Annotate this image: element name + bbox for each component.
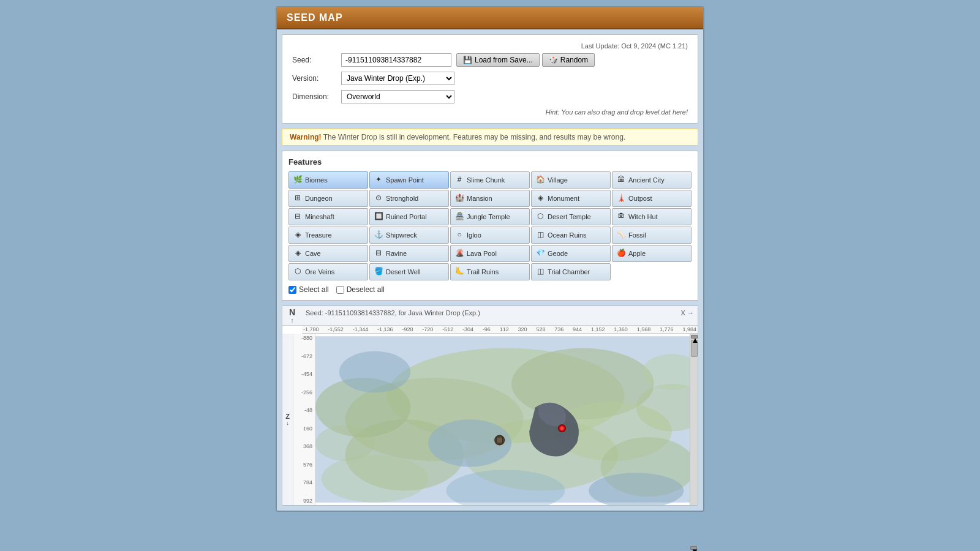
version-select[interactable]: Java Winter Drop (Exp.) Java 1.21 Java 1… xyxy=(341,72,454,85)
mineshaft-icon: ⊟ xyxy=(293,212,303,222)
random-button[interactable]: 🎲 Random xyxy=(542,53,595,67)
settings-panel: Last Update: Oct 9, 2024 (MC 1.21) Seed:… xyxy=(282,34,698,124)
feature-trail-ruins[interactable]: 🦶 Trail Ruins xyxy=(450,263,530,280)
features-title: Features xyxy=(288,157,692,167)
desert-well-icon: 🪣 xyxy=(374,267,383,277)
feature-witch-hut[interactable]: 🏚 Witch Hut xyxy=(612,208,692,225)
last-update: Last Update: Oct 9, 2024 (MC 1.21) xyxy=(292,42,688,50)
feature-lava-pool[interactable]: 🌋 Lava Pool xyxy=(450,245,530,262)
feature-trial-chamber[interactable]: ◫ Trial Chamber xyxy=(531,263,611,280)
feature-shipwreck[interactable]: ⚓ Shipwreck xyxy=(369,227,449,244)
dimension-row: Dimension: Overworld Nether End xyxy=(292,90,688,103)
z-label: Z xyxy=(285,413,290,420)
svg-rect-15 xyxy=(497,437,503,443)
deselect-all-label[interactable]: Deselect all xyxy=(336,285,385,294)
ruined-portal-icon: 🔲 xyxy=(374,212,383,222)
trial-chamber-icon: ◫ xyxy=(535,267,545,277)
feature-ancient-city[interactable]: 🏛 Ancient City xyxy=(612,171,692,189)
features-panel: Features 🌿 Biomes ✦ Spawn Point # Slime … xyxy=(282,151,698,301)
deselect-all-checkbox[interactable] xyxy=(336,286,344,294)
map-seed-info: Seed: -911511093814337882, for Java Wint… xyxy=(302,307,677,324)
feature-ravine[interactable]: ⊟ Ravine xyxy=(369,245,449,262)
seed-row: Seed: 💾 Load from Save... 🎲 Random xyxy=(292,53,688,67)
feature-biomes[interactable]: 🌿 Biomes xyxy=(288,171,368,189)
random-icon: 🎲 xyxy=(549,56,558,64)
dimension-select[interactable]: Overworld Nether End xyxy=(341,90,454,103)
compass-arrow: ↑ xyxy=(289,317,295,324)
feature-desert-temple[interactable]: ⬡ Desert Temple xyxy=(531,208,611,225)
feature-jungle-temple[interactable]: 🏯 Jungle Temple xyxy=(450,208,530,225)
ravine-icon: ⊟ xyxy=(374,249,383,258)
feature-monument[interactable]: ◈ Monument xyxy=(531,190,611,207)
trail-ruins-icon: 🦶 xyxy=(454,267,464,277)
feature-mineshaft[interactable]: ⊟ Mineshaft xyxy=(288,208,368,225)
geode-icon: 💎 xyxy=(535,249,545,258)
select-row: Select all Deselect all xyxy=(288,285,692,294)
cave-icon: ◈ xyxy=(293,249,303,258)
feature-stronghold[interactable]: ⊙ Stronghold xyxy=(369,190,449,207)
witch-hut-icon: 🏚 xyxy=(616,212,626,222)
y-axis: -880 -672 -454 -256 -48 160 368 576 784 … xyxy=(293,334,315,505)
ancient-city-icon: 🏛 xyxy=(616,175,626,185)
map-scrollbar[interactable]: ▲ ▼ xyxy=(690,334,698,505)
app-container: SEED MAP Last Update: Oct 9, 2024 (MC 1.… xyxy=(276,6,704,512)
north-label: N xyxy=(289,307,295,317)
apple-icon: 🍎 xyxy=(616,249,626,258)
compass: N ↑ xyxy=(282,307,302,324)
load-icon: 💾 xyxy=(463,56,472,64)
map-body: Z ↓ -880 -672 -454 -256 -48 160 368 xyxy=(282,334,698,505)
stronghold-icon: ⊙ xyxy=(374,193,383,203)
version-row: Version: Java Winter Drop (Exp.) Java 1.… xyxy=(292,72,688,85)
outpost-icon: 🗼 xyxy=(616,193,626,203)
feature-ore-veins[interactable]: ⬡ Ore Veins xyxy=(288,263,368,280)
dimension-label: Dimension: xyxy=(292,92,341,101)
feature-geode[interactable]: 💎 Geode xyxy=(531,245,611,262)
hint-text: Hint: You can also drag and drop level.d… xyxy=(292,108,688,116)
feature-mansion[interactable]: 🏰 Mansion xyxy=(450,190,530,207)
feature-spawn-point[interactable]: ✦ Spawn Point xyxy=(369,171,449,189)
slime-chunk-icon: # xyxy=(454,175,464,185)
treasure-icon: ◈ xyxy=(293,230,303,240)
feature-apple[interactable]: 🍎 Apple xyxy=(612,245,692,262)
feature-cave[interactable]: ◈ Cave xyxy=(288,245,368,262)
feature-dungeon[interactable]: ⊞ Dungeon xyxy=(288,190,368,207)
select-all-checkbox[interactable] xyxy=(288,286,296,294)
x-axis-label: X → xyxy=(677,307,698,324)
feature-ocean-ruins[interactable]: ◫ Ocean Ruins xyxy=(531,227,611,244)
app-title: SEED MAP xyxy=(287,12,343,23)
monument-icon: ◈ xyxy=(535,193,545,203)
select-all-label[interactable]: Select all xyxy=(288,285,329,294)
main-content: Last Update: Oct 9, 2024 (MC 1.21) Seed:… xyxy=(277,29,703,511)
village-icon: 🏠 xyxy=(535,175,545,185)
x-axis: -1,780 -1,552 -1,344 -1,136 -928 -720 -5… xyxy=(302,326,698,334)
feature-desert-well[interactable]: 🪣 Desert Well xyxy=(369,263,449,280)
feature-outpost[interactable]: 🗼 Outpost xyxy=(612,190,692,207)
features-grid: 🌿 Biomes ✦ Spawn Point # Slime Chunk 🏠 V… xyxy=(288,171,692,280)
scrollbar-up-arrow[interactable]: ▲ xyxy=(691,335,698,339)
feature-village[interactable]: 🏠 Village xyxy=(531,171,611,189)
shipwreck-icon: ⚓ xyxy=(374,230,383,240)
map-svg xyxy=(315,334,690,505)
z-axis-label: Z ↓ xyxy=(282,334,293,505)
feature-treasure[interactable]: ◈ Treasure xyxy=(288,227,368,244)
feature-slime-chunk[interactable]: # Slime Chunk xyxy=(450,171,530,189)
svg-point-11 xyxy=(339,351,410,392)
dungeon-icon: ⊞ xyxy=(293,193,303,203)
feature-igloo[interactable]: ○ Igloo xyxy=(450,227,530,244)
svg-point-20 xyxy=(315,425,375,461)
lava-pool-icon: 🌋 xyxy=(454,249,464,258)
biomes-icon: 🌿 xyxy=(293,175,303,185)
svg-point-17 xyxy=(560,427,564,430)
load-from-save-button[interactable]: 💾 Load from Save... xyxy=(456,53,540,67)
warning-panel: Warning! The Winter Drop is still in dev… xyxy=(282,129,698,146)
seed-label: Seed: xyxy=(292,56,341,64)
feature-fossil[interactable]: 🦴 Fossil xyxy=(612,227,692,244)
map-canvas[interactable] xyxy=(315,334,690,505)
mansion-icon: 🏰 xyxy=(454,193,464,203)
seed-input[interactable] xyxy=(341,53,451,67)
map-section: N ↑ Seed: -911511093814337882, for Java … xyxy=(282,305,698,506)
svg-point-18 xyxy=(322,455,429,503)
desert-temple-icon: ⬡ xyxy=(535,212,545,222)
feature-ruined-portal[interactable]: 🔲 Ruined Portal xyxy=(369,208,449,225)
igloo-icon: ○ xyxy=(454,230,464,240)
